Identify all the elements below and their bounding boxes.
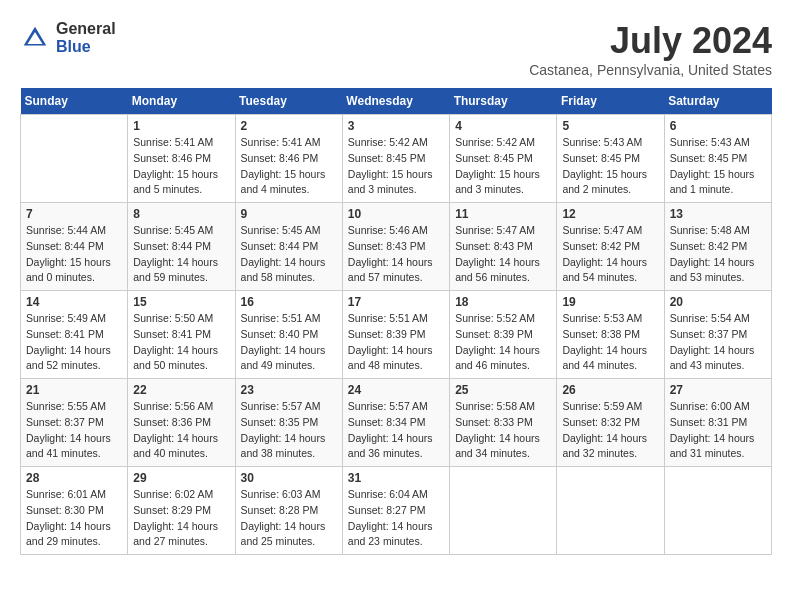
calendar-cell: 28Sunrise: 6:01 AM Sunset: 8:30 PM Dayli… — [21, 467, 128, 555]
day-number: 7 — [26, 207, 122, 221]
day-number: 17 — [348, 295, 444, 309]
day-info: Sunrise: 5:42 AM Sunset: 8:45 PM Dayligh… — [348, 135, 444, 198]
day-number: 23 — [241, 383, 337, 397]
day-number: 21 — [26, 383, 122, 397]
header-thursday: Thursday — [450, 88, 557, 115]
calendar-cell: 8Sunrise: 5:45 AM Sunset: 8:44 PM Daylig… — [128, 203, 235, 291]
calendar-cell: 31Sunrise: 6:04 AM Sunset: 8:27 PM Dayli… — [342, 467, 449, 555]
calendar-cell — [664, 467, 771, 555]
calendar-cell: 9Sunrise: 5:45 AM Sunset: 8:44 PM Daylig… — [235, 203, 342, 291]
day-info: Sunrise: 5:51 AM Sunset: 8:39 PM Dayligh… — [348, 311, 444, 374]
day-number: 25 — [455, 383, 551, 397]
day-info: Sunrise: 5:47 AM Sunset: 8:43 PM Dayligh… — [455, 223, 551, 286]
calendar-cell: 2Sunrise: 5:41 AM Sunset: 8:46 PM Daylig… — [235, 115, 342, 203]
header-tuesday: Tuesday — [235, 88, 342, 115]
header-monday: Monday — [128, 88, 235, 115]
page-header: General Blue July 2024 Castanea, Pennsyl… — [20, 20, 772, 78]
day-number: 31 — [348, 471, 444, 485]
calendar-header-row: SundayMondayTuesdayWednesdayThursdayFrid… — [21, 88, 772, 115]
day-info: Sunrise: 5:54 AM Sunset: 8:37 PM Dayligh… — [670, 311, 766, 374]
logo: General Blue — [20, 20, 116, 55]
day-number: 9 — [241, 207, 337, 221]
day-info: Sunrise: 5:57 AM Sunset: 8:34 PM Dayligh… — [348, 399, 444, 462]
calendar-cell: 24Sunrise: 5:57 AM Sunset: 8:34 PM Dayli… — [342, 379, 449, 467]
day-info: Sunrise: 5:56 AM Sunset: 8:36 PM Dayligh… — [133, 399, 229, 462]
day-number: 27 — [670, 383, 766, 397]
calendar-cell: 23Sunrise: 5:57 AM Sunset: 8:35 PM Dayli… — [235, 379, 342, 467]
calendar-cell: 14Sunrise: 5:49 AM Sunset: 8:41 PM Dayli… — [21, 291, 128, 379]
calendar-cell — [557, 467, 664, 555]
day-number: 8 — [133, 207, 229, 221]
calendar-week-4: 28Sunrise: 6:01 AM Sunset: 8:30 PM Dayli… — [21, 467, 772, 555]
day-info: Sunrise: 6:00 AM Sunset: 8:31 PM Dayligh… — [670, 399, 766, 462]
header-sunday: Sunday — [21, 88, 128, 115]
day-number: 10 — [348, 207, 444, 221]
day-info: Sunrise: 5:49 AM Sunset: 8:41 PM Dayligh… — [26, 311, 122, 374]
day-number: 26 — [562, 383, 658, 397]
day-number: 18 — [455, 295, 551, 309]
day-info: Sunrise: 5:42 AM Sunset: 8:45 PM Dayligh… — [455, 135, 551, 198]
calendar-week-3: 21Sunrise: 5:55 AM Sunset: 8:37 PM Dayli… — [21, 379, 772, 467]
day-number: 16 — [241, 295, 337, 309]
calendar-cell — [450, 467, 557, 555]
calendar-cell: 6Sunrise: 5:43 AM Sunset: 8:45 PM Daylig… — [664, 115, 771, 203]
logo-icon — [20, 23, 50, 53]
day-number: 12 — [562, 207, 658, 221]
day-number: 14 — [26, 295, 122, 309]
day-info: Sunrise: 5:58 AM Sunset: 8:33 PM Dayligh… — [455, 399, 551, 462]
calendar-cell: 18Sunrise: 5:52 AM Sunset: 8:39 PM Dayli… — [450, 291, 557, 379]
day-number: 1 — [133, 119, 229, 133]
calendar-week-1: 7Sunrise: 5:44 AM Sunset: 8:44 PM Daylig… — [21, 203, 772, 291]
day-info: Sunrise: 5:53 AM Sunset: 8:38 PM Dayligh… — [562, 311, 658, 374]
calendar-cell: 1Sunrise: 5:41 AM Sunset: 8:46 PM Daylig… — [128, 115, 235, 203]
day-number: 22 — [133, 383, 229, 397]
calendar-cell: 30Sunrise: 6:03 AM Sunset: 8:28 PM Dayli… — [235, 467, 342, 555]
header-wednesday: Wednesday — [342, 88, 449, 115]
day-number: 3 — [348, 119, 444, 133]
day-number: 6 — [670, 119, 766, 133]
day-info: Sunrise: 5:57 AM Sunset: 8:35 PM Dayligh… — [241, 399, 337, 462]
day-info: Sunrise: 5:51 AM Sunset: 8:40 PM Dayligh… — [241, 311, 337, 374]
day-info: Sunrise: 5:47 AM Sunset: 8:42 PM Dayligh… — [562, 223, 658, 286]
day-info: Sunrise: 5:46 AM Sunset: 8:43 PM Dayligh… — [348, 223, 444, 286]
header-friday: Friday — [557, 88, 664, 115]
location-text: Castanea, Pennsylvania, United States — [529, 62, 772, 78]
calendar-week-0: 1Sunrise: 5:41 AM Sunset: 8:46 PM Daylig… — [21, 115, 772, 203]
day-number: 20 — [670, 295, 766, 309]
day-info: Sunrise: 6:01 AM Sunset: 8:30 PM Dayligh… — [26, 487, 122, 550]
calendar-cell: 29Sunrise: 6:02 AM Sunset: 8:29 PM Dayli… — [128, 467, 235, 555]
day-number: 28 — [26, 471, 122, 485]
day-info: Sunrise: 5:59 AM Sunset: 8:32 PM Dayligh… — [562, 399, 658, 462]
logo-text: General Blue — [56, 20, 116, 55]
day-number: 11 — [455, 207, 551, 221]
calendar-cell: 7Sunrise: 5:44 AM Sunset: 8:44 PM Daylig… — [21, 203, 128, 291]
day-info: Sunrise: 5:43 AM Sunset: 8:45 PM Dayligh… — [562, 135, 658, 198]
day-info: Sunrise: 5:55 AM Sunset: 8:37 PM Dayligh… — [26, 399, 122, 462]
calendar-cell: 15Sunrise: 5:50 AM Sunset: 8:41 PM Dayli… — [128, 291, 235, 379]
calendar-cell: 25Sunrise: 5:58 AM Sunset: 8:33 PM Dayli… — [450, 379, 557, 467]
day-info: Sunrise: 5:45 AM Sunset: 8:44 PM Dayligh… — [133, 223, 229, 286]
calendar-cell: 22Sunrise: 5:56 AM Sunset: 8:36 PM Dayli… — [128, 379, 235, 467]
calendar-cell: 12Sunrise: 5:47 AM Sunset: 8:42 PM Dayli… — [557, 203, 664, 291]
day-number: 2 — [241, 119, 337, 133]
calendar-cell — [21, 115, 128, 203]
month-title: July 2024 — [529, 20, 772, 62]
calendar-cell: 21Sunrise: 5:55 AM Sunset: 8:37 PM Dayli… — [21, 379, 128, 467]
day-info: Sunrise: 5:41 AM Sunset: 8:46 PM Dayligh… — [133, 135, 229, 198]
day-number: 15 — [133, 295, 229, 309]
calendar-table: SundayMondayTuesdayWednesdayThursdayFrid… — [20, 88, 772, 555]
day-info: Sunrise: 5:52 AM Sunset: 8:39 PM Dayligh… — [455, 311, 551, 374]
day-info: Sunrise: 6:02 AM Sunset: 8:29 PM Dayligh… — [133, 487, 229, 550]
day-info: Sunrise: 5:43 AM Sunset: 8:45 PM Dayligh… — [670, 135, 766, 198]
day-info: Sunrise: 5:41 AM Sunset: 8:46 PM Dayligh… — [241, 135, 337, 198]
day-info: Sunrise: 5:44 AM Sunset: 8:44 PM Dayligh… — [26, 223, 122, 286]
day-info: Sunrise: 5:48 AM Sunset: 8:42 PM Dayligh… — [670, 223, 766, 286]
day-number: 19 — [562, 295, 658, 309]
day-info: Sunrise: 6:04 AM Sunset: 8:27 PM Dayligh… — [348, 487, 444, 550]
day-info: Sunrise: 5:45 AM Sunset: 8:44 PM Dayligh… — [241, 223, 337, 286]
day-number: 30 — [241, 471, 337, 485]
calendar-cell: 13Sunrise: 5:48 AM Sunset: 8:42 PM Dayli… — [664, 203, 771, 291]
calendar-cell: 5Sunrise: 5:43 AM Sunset: 8:45 PM Daylig… — [557, 115, 664, 203]
day-number: 4 — [455, 119, 551, 133]
calendar-cell: 10Sunrise: 5:46 AM Sunset: 8:43 PM Dayli… — [342, 203, 449, 291]
